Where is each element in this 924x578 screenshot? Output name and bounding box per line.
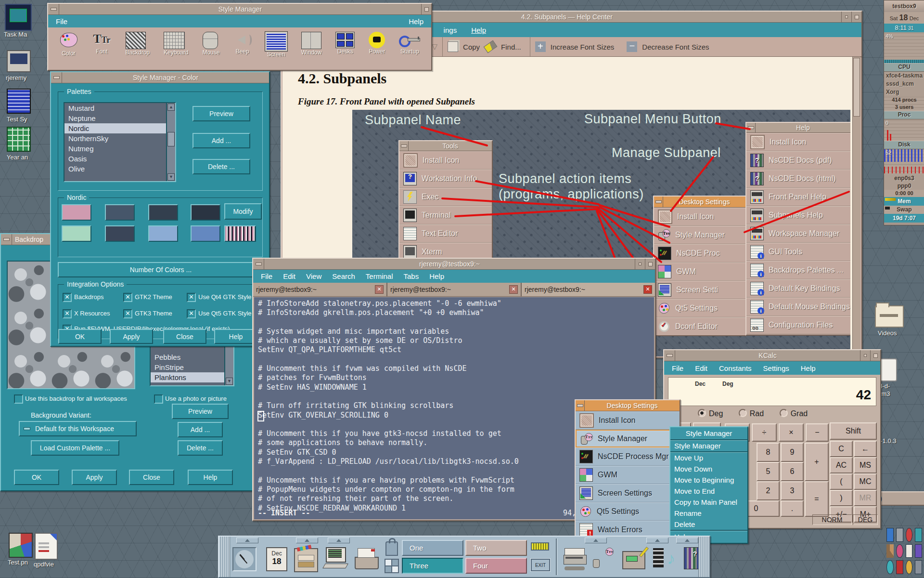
desktop-icon-rjeremy[interactable]: rjeremy xyxy=(7,50,31,72)
tray-icon[interactable] xyxy=(915,528,922,542)
menu-item-edit[interactable]: Edit xyxy=(283,272,295,280)
tray-icon[interactable] xyxy=(896,544,903,558)
list-item-selected[interactable]: Planktons xyxy=(151,372,233,382)
tray-icon[interactable] xyxy=(915,560,922,574)
close-tab-icon[interactable]: ✕ xyxy=(643,285,652,294)
color-swatch[interactable] xyxy=(148,225,178,242)
tray-icon[interactable] xyxy=(906,544,913,558)
launcher-window[interactable]: Window xyxy=(301,32,322,56)
tray-icon[interactable] xyxy=(896,528,903,542)
gtk2-checkbox[interactable] xyxy=(123,293,132,302)
menu-item-search[interactable]: Search xyxy=(332,272,355,280)
minus-button[interactable]: − xyxy=(806,423,829,442)
list-item[interactable]: Pebbles xyxy=(151,352,233,362)
color-titlebar[interactable]: Style Manager - Color xyxy=(51,72,269,83)
menu-item-copy-to-main-panel[interactable]: Copy to Main Panel xyxy=(670,497,747,508)
gkrellm-clock[interactable]: 8:11 31 xyxy=(884,24,924,32)
launcher-startup[interactable]: Startup xyxy=(399,32,420,55)
subpanel-item-gwm[interactable]: GWM xyxy=(576,466,680,484)
modify-button[interactable]: Modify xyxy=(224,203,262,220)
num-5-button[interactable]: 5 xyxy=(757,462,780,481)
radio-rad[interactable]: Rad xyxy=(739,409,764,418)
help-button[interactable]: Help xyxy=(188,470,233,485)
memory-recall-button[interactable]: MR xyxy=(854,490,877,506)
window-menu-button[interactable] xyxy=(664,350,675,361)
subpanel-menu-button[interactable] xyxy=(576,400,585,411)
launcher-mouse[interactable]: Mouse xyxy=(203,32,220,56)
ok-button[interactable]: OK xyxy=(58,329,102,344)
menu-item-constants[interactable]: Constants xyxy=(719,364,752,372)
xresources-checkbox[interactable] xyxy=(63,309,72,318)
maximize-button[interactable] xyxy=(870,350,880,361)
workspace-three-button-active[interactable]: Three xyxy=(402,558,463,574)
terminal-tab-active[interactable]: rjeremy@testbox9:~✕ xyxy=(522,283,655,296)
panel-handle-right[interactable] xyxy=(698,537,709,577)
close-paren-button[interactable]: ) xyxy=(830,490,853,506)
lock-icon[interactable] xyxy=(385,541,398,556)
ok-button[interactable]: OK xyxy=(14,470,59,485)
desktop-icon-videos[interactable]: Videos xyxy=(875,305,904,328)
gkrellm-proc-label[interactable]: Proc xyxy=(884,111,924,119)
menu-item-settings[interactable]: Settings xyxy=(763,364,789,372)
copy-button[interactable]: Copy xyxy=(463,43,480,51)
window-menu-button[interactable] xyxy=(1,234,12,245)
subpanel-arrow-tab[interactable] xyxy=(646,538,668,543)
subpanel-item-qt5[interactable]: Qt5 Settings xyxy=(576,502,680,521)
launcher-keyboard[interactable]: Keyboard xyxy=(164,32,188,56)
subpanel-arrow-tab[interactable] xyxy=(585,538,607,543)
subpanel-arrow-tab[interactable] xyxy=(328,538,350,543)
gkrellm-proc-chart[interactable]: 0 xyxy=(884,119,924,141)
gkrellm-cpu-chart[interactable]: 4% xyxy=(884,32,924,63)
list-item[interactable]: Mustard xyxy=(64,103,175,113)
menu-item-help[interactable]: Help xyxy=(429,272,444,280)
gkrellm-date[interactable]: Sat 18 Dec xyxy=(884,12,924,24)
clock-launcher[interactable] xyxy=(232,547,257,571)
backspace-button[interactable]: ← xyxy=(854,441,877,457)
gkrellm-mem[interactable]: Mem xyxy=(884,197,924,206)
menu-item-edit[interactable]: Edit xyxy=(695,364,707,372)
subpanel-item-screen-settings[interactable]: Screen Settings xyxy=(576,484,680,502)
menu-item-file[interactable]: File xyxy=(672,364,683,372)
style-manager-titlebar[interactable]: Style Manager xyxy=(48,4,431,15)
decrease-font-button[interactable]: Decrease Font Sizes xyxy=(642,43,709,51)
color-swatch[interactable] xyxy=(105,204,135,221)
list-item[interactable]: NorthernSky xyxy=(64,133,175,144)
launcher-screen[interactable]: Screen xyxy=(265,32,287,58)
maximize-button[interactable] xyxy=(421,4,431,14)
qt4-checkbox[interactable] xyxy=(187,293,196,302)
open-paren-button[interactable]: ( xyxy=(830,473,853,490)
add-button[interactable]: Add ... xyxy=(192,133,250,148)
gkrellm-net-ppp0[interactable]: ppp0 xyxy=(884,182,924,190)
subpanel-arrow-tab[interactable] xyxy=(676,538,698,543)
num-3-button[interactable]: 3 xyxy=(781,481,804,500)
scrollbar[interactable]: ▲▼ xyxy=(166,103,175,181)
tray-icon[interactable] xyxy=(906,528,913,542)
terminal-tab[interactable]: rjeremy@testbox9:~✕ xyxy=(387,283,522,296)
printer-launcher[interactable] xyxy=(564,548,586,570)
gkrellm-swap[interactable]: Swap xyxy=(884,206,924,214)
palettes-list[interactable]: Mustard Neptune Nordic NorthernSky Nutme… xyxy=(64,102,176,182)
file-manager-launcher[interactable] xyxy=(294,548,318,572)
menu-item-move-to-beginning[interactable]: Move to Beginning xyxy=(670,474,747,486)
all-workspaces-checkbox[interactable] xyxy=(14,394,23,404)
menu-item-file[interactable]: File xyxy=(261,272,272,280)
tray-icon[interactable] xyxy=(896,560,903,574)
color-swatch[interactable] xyxy=(105,225,135,242)
equals-button[interactable]: = xyxy=(805,481,829,517)
num-8-button[interactable]: 8 xyxy=(757,443,780,462)
color-swatch[interactable] xyxy=(148,204,178,221)
gkrellm-disk-label[interactable]: Disk xyxy=(884,141,924,149)
scrollbar-thumb[interactable] xyxy=(853,58,860,117)
menu-item-settings[interactable]: ings xyxy=(444,26,457,34)
desktop-icon-test-sy[interactable]: Test Sy xyxy=(7,89,31,114)
close-button[interactable]: Close xyxy=(129,470,174,485)
gkrellm-net-enp0s3[interactable]: enp0s3 xyxy=(884,174,924,182)
launcher-color[interactable]: Color xyxy=(59,32,78,57)
gkrellm-hostname[interactable]: testbox9 xyxy=(884,0,924,12)
menu-item-help[interactable]: Help xyxy=(471,26,486,34)
tray-icon[interactable] xyxy=(906,560,913,574)
window-menu-button[interactable] xyxy=(253,259,264,269)
gkrellm-cpu-label[interactable]: CPU xyxy=(884,63,924,72)
clear-button[interactable]: C xyxy=(830,441,853,457)
load-palette-button[interactable]: Load Custom Palette ... xyxy=(31,440,119,456)
